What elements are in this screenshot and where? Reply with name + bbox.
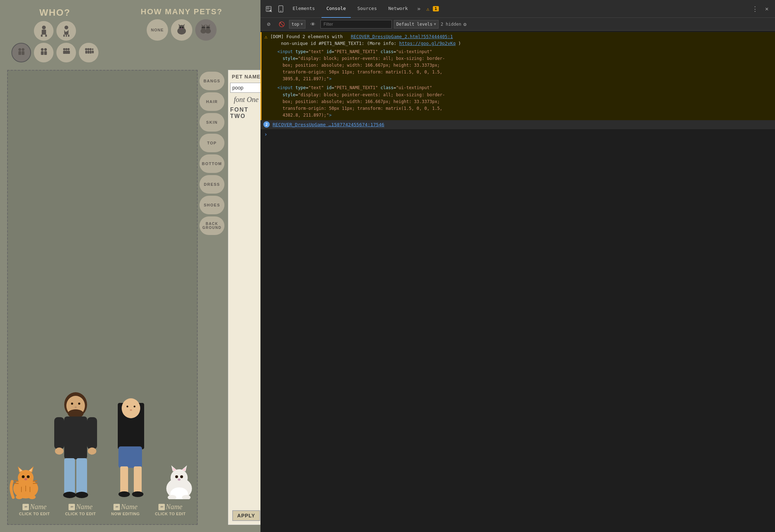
apply-button[interactable]: APPLY <box>232 510 260 521</box>
filter-input[interactable] <box>320 20 392 29</box>
edit-icon-4[interactable] <box>158 504 165 510</box>
pet-name-input[interactable] <box>230 83 262 93</box>
skin-button[interactable]: SKIN <box>199 113 224 132</box>
tab-sources[interactable]: Sources <box>352 0 382 18</box>
svg-point-47 <box>208 27 209 28</box>
edit-icon-1[interactable] <box>22 504 29 510</box>
shoes-button[interactable]: SHOES <box>199 196 224 214</box>
name-group-1: Name CLICK TO EDIT <box>19 503 50 524</box>
svg-rect-12 <box>41 51 44 55</box>
svg-point-27 <box>92 48 93 50</box>
person-group-4[interactable] <box>79 43 98 62</box>
prompt-arrow: › <box>264 131 268 138</box>
more-tabs[interactable]: » <box>414 5 424 12</box>
name-labels: Name CLICK TO EDIT Name CLICK TO EDIT Na… <box>8 503 197 524</box>
person-male-1[interactable] <box>34 21 54 41</box>
tab-network[interactable]: Network <box>383 0 413 18</box>
error-link[interactable]: RECOVER_DressUpGame …1587742455674:17546 <box>273 122 384 127</box>
name-group-2: Name CLICK TO EDIT <box>65 503 96 524</box>
character-area: Name CLICK TO EDIT Name CLICK TO EDIT Na… <box>7 70 198 525</box>
svg-point-71 <box>75 406 77 408</box>
svg-point-4 <box>64 25 68 29</box>
bottom-button[interactable]: BOTTOM <box>199 154 224 173</box>
svg-point-25 <box>89 48 91 50</box>
devtools-panel: Elements Console Sources Network » ⚠ 1 ⋮… <box>260 0 775 532</box>
top-selector[interactable]: top ▼ <box>289 20 305 29</box>
pet-option-none[interactable]: NONE <box>147 19 168 41</box>
svg-point-46 <box>207 27 208 28</box>
pet-name-panel: PET NAME font One FONT TWO APPLY <box>228 70 264 525</box>
action-label-4[interactable]: CLICK TO EDIT <box>155 512 186 516</box>
svg-point-33 <box>180 27 181 28</box>
background-button[interactable]: BACK GROUND <box>199 216 224 235</box>
default-levels[interactable]: Default levels ▼ <box>394 20 439 29</box>
svg-point-17 <box>65 48 67 50</box>
svg-rect-28 <box>92 50 93 53</box>
svg-rect-3 <box>45 34 47 36</box>
svg-line-58 <box>14 483 19 484</box>
svg-point-79 <box>63 492 76 498</box>
svg-rect-5 <box>63 34 65 36</box>
svg-point-40 <box>202 27 203 28</box>
clear-console[interactable]: ⊘ <box>263 19 274 30</box>
code-block-1: <input type="text" id="PET1_NAME_TEXT1" … <box>270 48 461 83</box>
svg-point-13 <box>44 48 47 51</box>
main-area: Name CLICK TO EDIT Name CLICK TO EDIT Na… <box>7 70 253 525</box>
svg-rect-74 <box>87 417 97 449</box>
inspect-icon[interactable] <box>263 4 274 14</box>
tab-console[interactable]: Console <box>321 0 351 18</box>
svg-line-60 <box>33 483 38 484</box>
mobile-icon[interactable] <box>275 4 286 14</box>
code-block-2: <input type="text" id="PET1_NAME_TEXT1" … <box>270 85 461 119</box>
svg-rect-10 <box>21 51 24 55</box>
edit-icon-3[interactable] <box>113 504 120 510</box>
pet-option-1[interactable] <box>171 19 192 41</box>
pet-options: NONE <box>147 19 217 41</box>
dom-warning-link[interactable]: RECOVER_DressUpGame_2.html?557444405:1 <box>351 34 453 39</box>
pets-title: HOW MANY PETS? <box>141 7 222 16</box>
action-label-2[interactable]: CLICK TO EDIT <box>65 512 96 516</box>
svg-point-9 <box>21 48 24 51</box>
settings-icon[interactable]: ⚙ <box>464 21 466 27</box>
close-devtools[interactable]: ✕ <box>761 4 772 14</box>
font-one-option[interactable]: font One <box>234 96 258 104</box>
svg-point-55 <box>27 475 30 478</box>
person-group-2[interactable] <box>34 43 54 62</box>
devtools-menu[interactable]: ⋮ <box>750 5 760 12</box>
svg-point-11 <box>41 48 44 51</box>
bangs-button[interactable]: BANGS <box>199 72 224 90</box>
svg-rect-26 <box>90 50 91 53</box>
svg-rect-18 <box>65 50 67 53</box>
dress-button[interactable]: DRESS <box>199 175 224 194</box>
pet-option-2[interactable] <box>195 19 217 41</box>
svg-rect-6 <box>68 34 69 36</box>
top-button[interactable]: TOP <box>199 134 224 152</box>
edit-icon-2[interactable] <box>69 504 75 510</box>
no-filter[interactable]: 🚫 <box>276 19 287 30</box>
person-group-1[interactable] <box>11 43 31 62</box>
warning-count: 1 <box>433 6 439 11</box>
svg-point-69 <box>71 403 73 405</box>
svg-marker-45 <box>208 24 210 26</box>
person-group-3[interactable] <box>56 43 76 62</box>
svg-point-23 <box>87 48 89 50</box>
goo-gl-link[interactable]: https://goo.gl/9p2vKq <box>399 41 456 46</box>
person-female-1[interactable] <box>56 21 76 41</box>
svg-rect-8 <box>18 51 21 55</box>
svg-point-21 <box>85 48 87 50</box>
eye-icon[interactable]: 👁 <box>308 19 318 30</box>
svg-point-35 <box>181 28 182 29</box>
people-row-1 <box>34 21 76 41</box>
console-input[interactable] <box>270 132 771 137</box>
tab-elements[interactable]: Elements <box>288 0 320 18</box>
male-character[interactable] <box>51 385 101 499</box>
female-character[interactable] <box>108 389 154 499</box>
font-two-option[interactable]: FONT TWO <box>230 107 262 119</box>
svg-marker-38 <box>201 24 203 26</box>
svg-point-70 <box>78 403 80 405</box>
action-label-1[interactable]: CLICK TO EDIT <box>19 512 50 516</box>
svg-point-80 <box>75 492 88 498</box>
hair-button[interactable]: HAIR <box>199 92 224 111</box>
console-error-line: 2 RECOVER_DressUpGame …1587742455674:175… <box>260 120 775 129</box>
top-section: WHO? <box>7 7 253 65</box>
